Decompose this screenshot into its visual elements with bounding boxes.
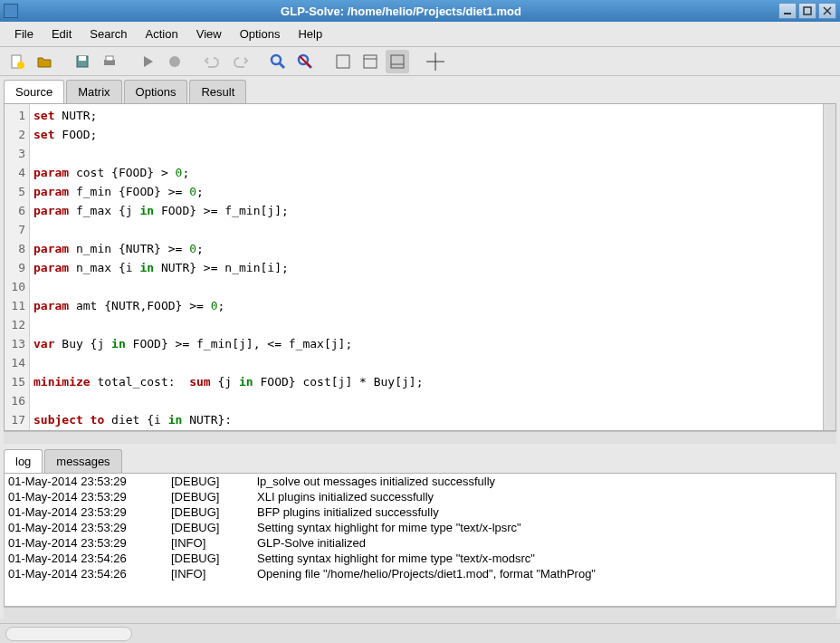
toolbar — [0, 47, 840, 76]
svg-rect-19 — [391, 55, 404, 68]
app-icon — [4, 4, 18, 18]
log-row: 01-May-2014 23:54:26[INFO]Opening file "… — [5, 566, 835, 581]
tab-log[interactable]: log — [4, 449, 43, 473]
log-hscrollbar[interactable] — [4, 607, 836, 619]
menu-options[interactable]: Options — [231, 24, 290, 44]
stop-icon[interactable] — [163, 50, 186, 73]
svg-point-10 — [169, 56, 180, 67]
log-row: 01-May-2014 23:54:26[DEBUG]Setting synta… — [5, 551, 835, 566]
tab-options[interactable]: Options — [124, 80, 188, 103]
tab-messages[interactable]: messages — [44, 449, 121, 473]
titlebar: GLP-Solve: /home/helio/Projects/diet1.mo… — [0, 0, 840, 22]
editor[interactable]: 1234567891011121314151617 set NUTR;set F… — [4, 103, 836, 431]
minimize-button[interactable] — [778, 3, 797, 19]
log-row: 01-May-2014 23:53:29[DEBUG]BFP plugins i… — [5, 504, 835, 520]
tab-source[interactable]: Source — [4, 80, 64, 103]
svg-rect-17 — [364, 55, 377, 68]
svg-line-12 — [280, 63, 284, 68]
svg-point-5 — [17, 62, 24, 69]
bottom-tabs: log messages — [0, 444, 840, 473]
tab-result[interactable]: Result — [189, 80, 246, 103]
undo-icon[interactable] — [201, 50, 224, 73]
find-replace-icon[interactable] — [293, 50, 317, 73]
svg-rect-16 — [337, 55, 349, 68]
statusbar — [0, 623, 840, 643]
panel1-icon[interactable] — [331, 50, 355, 73]
panel2-icon[interactable] — [358, 50, 382, 73]
svg-rect-1 — [804, 7, 811, 14]
redo-icon[interactable] — [228, 50, 252, 73]
panel3-icon[interactable] — [386, 50, 409, 73]
find-icon[interactable] — [266, 50, 290, 73]
close-button[interactable] — [818, 3, 836, 19]
menu-action[interactable]: Action — [137, 24, 187, 44]
log-row: 01-May-2014 23:53:29[DEBUG]lp_solve out … — [5, 474, 835, 489]
line-gutter: 1234567891011121314151617 — [5, 104, 30, 430]
log-row: 01-May-2014 23:53:29[DEBUG]Setting synta… — [5, 520, 835, 535]
menu-edit[interactable]: Edit — [43, 24, 81, 44]
status-progress — [5, 627, 132, 641]
save-icon[interactable] — [71, 50, 94, 73]
log-row: 01-May-2014 23:53:29[INFO]GLP-Solve init… — [5, 535, 835, 551]
main-area: Source Matrix Options Result 12345678910… — [0, 76, 840, 619]
editor-vscrollbar[interactable] — [823, 104, 835, 430]
code-area[interactable]: set NUTR;set FOOD; param cost {FOOD} > 0… — [30, 104, 823, 430]
tab-matrix[interactable]: Matrix — [66, 80, 121, 103]
menubar: File Edit Search Action View Options Hel… — [0, 22, 840, 47]
svg-line-15 — [300, 56, 310, 67]
print-icon[interactable] — [98, 50, 121, 73]
svg-point-11 — [272, 55, 281, 64]
log-row: 01-May-2014 23:53:29[DEBUG]XLI plugins i… — [5, 489, 835, 504]
menu-search[interactable]: Search — [81, 24, 136, 44]
log-panel[interactable]: 01-May-2014 23:53:29[DEBUG]lp_solve out … — [4, 473, 836, 607]
editor-hscrollbar[interactable] — [4, 431, 836, 444]
menu-help[interactable]: Help — [289, 24, 331, 44]
menu-view[interactable]: View — [187, 24, 231, 44]
svg-rect-7 — [79, 56, 86, 61]
maximize-button[interactable] — [798, 3, 816, 19]
crosshair-icon[interactable] — [424, 50, 447, 73]
run-icon[interactable] — [136, 50, 159, 73]
open-file-icon[interactable] — [33, 50, 56, 73]
menu-file[interactable]: File — [5, 24, 43, 44]
window-title: GLP-Solve: /home/helio/Projects/diet1.mo… — [24, 5, 778, 18]
new-file-icon[interactable] — [5, 50, 29, 73]
svg-rect-9 — [106, 56, 113, 61]
editor-tabs: Source Matrix Options Result — [0, 76, 840, 103]
